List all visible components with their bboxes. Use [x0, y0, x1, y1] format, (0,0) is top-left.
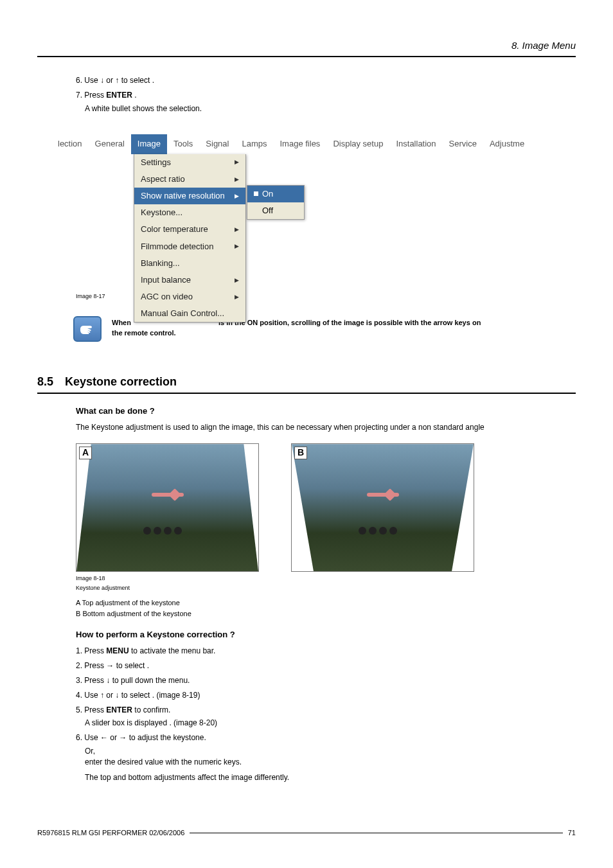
menu-item-manual-gain-control-[interactable]: Manual Gain Control...	[134, 305, 245, 322]
menu-item-input-balance[interactable]: Input balance▶	[134, 272, 245, 288]
submenu-item-label: Off	[262, 205, 273, 217]
menu-item-agc-on-video[interactable]: AGC on video▶	[134, 288, 245, 305]
legend-a: A Top adjustment of the keystone	[76, 598, 576, 608]
step-6-prefix: 6. Use ↓ or ↑ to select	[76, 76, 152, 85]
step-7-suffix: .	[132, 91, 137, 100]
submenu-arrow-icon: ▶	[235, 293, 239, 301]
wheels-graphic	[142, 527, 193, 536]
image-label-b: B	[294, 447, 307, 459]
menu-item-label: Input balance	[141, 274, 191, 286]
note-line2: the remote control.	[112, 329, 176, 337]
legend-b: B Bottom adjustment of the keystone	[76, 609, 576, 619]
steps-top: 6. Use ↓ or ↑ to select . 7. Press ENTER…	[76, 75, 576, 114]
menubar-item-image[interactable]: Image	[131, 134, 167, 154]
menu-item-label: AGC on video	[141, 291, 193, 303]
submenu-item-on[interactable]: On	[247, 186, 304, 202]
plane-graphic	[364, 488, 402, 501]
menubar-item-general[interactable]: General	[89, 134, 131, 154]
subhead-howto: How to perform a Keystone correction ?	[76, 629, 576, 641]
menubar-item-installation[interactable]: Installation	[389, 134, 442, 154]
image-b: B	[291, 443, 474, 572]
submenu-arrow-icon: ▶	[235, 276, 239, 285]
image-a: A	[76, 443, 259, 572]
s1c: to activate the menu bar.	[129, 646, 216, 655]
howto-step-3: 3. Press ↓ to pull down the menu.	[76, 675, 576, 686]
menu-item-aspect-ratio[interactable]: Aspect ratio▶	[134, 171, 245, 188]
howto-step-6: 6. Use ← or → to adjust the keystone. Or…	[76, 732, 576, 783]
footer-page-number: 71	[568, 828, 576, 838]
menu-item-label: Show native resolution	[141, 190, 225, 202]
howto-step-5: 5. Press ENTER to confirm. A slider box …	[76, 705, 576, 729]
page-footer: R5976815 RLM G5I PERFORMER 02/06/2006 71	[37, 828, 576, 838]
menu-item-show-native-resolution[interactable]: Show native resolution▶	[134, 188, 245, 204]
howto-step-1: 1. Press MENU to activate the menu bar.	[76, 646, 576, 657]
submenu-arrow-icon: ▶	[235, 226, 239, 234]
howto-step-6-or: Or,	[85, 746, 576, 757]
menu-item-label: Keystone...	[141, 207, 182, 218]
subhead-what: What can be done ?	[76, 405, 576, 417]
menu-item-label: Color temperature	[141, 224, 208, 235]
menu-item-label: Aspect ratio	[141, 173, 185, 185]
image-label-a: A	[79, 447, 92, 459]
menu-item-blanking-[interactable]: Blanking...	[134, 255, 245, 272]
screenshot-menu: lectionGeneralImageToolsSignalLampsImage…	[37, 121, 576, 288]
menubar-item-service[interactable]: Service	[443, 134, 483, 154]
step-7-bold: ENTER	[106, 91, 132, 100]
menu-item-keystone-[interactable]: Keystone...	[134, 204, 245, 221]
s6: 6. Use ← or → to adjust the keystone.	[76, 733, 206, 742]
page-header: 8. Image Menu	[37, 39, 576, 57]
menubar-item-adjustme[interactable]: Adjustme	[483, 134, 531, 154]
section-title: Keystone correction	[65, 374, 177, 390]
submenu-item-label: On	[262, 188, 273, 200]
menubar-item-lection[interactable]: lection	[51, 134, 89, 154]
menu-item-label: Settings	[141, 157, 171, 168]
menu-item-label: Filmmode detection	[141, 241, 213, 252]
menubar: lectionGeneralImageToolsSignalLampsImage…	[51, 134, 576, 154]
s5b: ENTER	[106, 705, 132, 714]
dropdown-menu: Settings▶Aspect ratio▶Show native resolu…	[134, 154, 246, 323]
keystone-images: A B	[76, 443, 576, 572]
menu-item-filmmode-detection[interactable]: Filmmode detection▶	[134, 238, 245, 255]
step-7: 7. Press ENTER . A white bullet shows th…	[76, 90, 576, 114]
steps-howto: 1. Press MENU to activate the menu bar. …	[76, 646, 576, 783]
step-6: 6. Use ↓ or ↑ to select .	[76, 75, 576, 86]
s1b: MENU	[106, 646, 129, 655]
selection-bullet-icon	[254, 191, 258, 196]
submenu-arrow-icon: ▶	[235, 242, 239, 251]
menu-item-settings[interactable]: Settings▶	[134, 154, 245, 171]
footer-line	[190, 833, 562, 833]
menu-item-label: Manual Gain Control...	[141, 308, 224, 319]
submenu: OnOff	[247, 185, 305, 220]
menubar-item-tools[interactable]: Tools	[167, 134, 199, 154]
legend: A Top adjustment of the keystone B Botto…	[76, 598, 576, 619]
menu-item-color-temperature[interactable]: Color temperature▶	[134, 221, 245, 238]
menubar-item-image-files[interactable]: Image files	[274, 134, 327, 154]
submenu-arrow-icon: ▶	[235, 192, 239, 200]
howto-step-5-sub: A slider box is displayed . (image 8-20)	[85, 718, 576, 729]
menubar-item-display-setup[interactable]: Display setup	[326, 134, 389, 154]
menu-item-label: Blanking...	[141, 258, 180, 269]
howto-step-6-sub1: enter the desired value with the numeric…	[85, 757, 576, 768]
image-caption-8-18: Image 8-18	[76, 574, 576, 583]
howto-step-2: 2. Press → to select .	[76, 660, 576, 671]
plane-graphic	[148, 488, 187, 501]
step-6-suffix: .	[152, 76, 154, 85]
s5c: to confirm.	[132, 705, 170, 714]
howto-step-4: 4. Use ↑ or ↓ to select . (image 8-19)	[76, 690, 576, 701]
s5a: 5. Press	[76, 705, 106, 714]
menubar-item-lamps[interactable]: Lamps	[235, 134, 273, 154]
submenu-item-off[interactable]: Off	[247, 202, 304, 219]
para-what: The Keystone adjustment is used to align…	[76, 422, 576, 433]
howto-step-6-sub2: The top and bottom adjustments affect th…	[85, 772, 576, 783]
section-number: 8.5	[37, 374, 53, 390]
step-7-prefix: 7. Press	[76, 91, 106, 100]
footer-left: R5976815 RLM G5I PERFORMER 02/06/2006	[37, 828, 184, 838]
step-7-sub: A white bullet shows the selection.	[85, 103, 576, 114]
wheels-graphic	[357, 527, 409, 536]
submenu-arrow-icon: ▶	[235, 175, 239, 184]
s1a: 1. Press	[76, 646, 106, 655]
image-caption-8-18b: Keystone adjustment	[76, 584, 576, 592]
section-8-5-heading: 8.5 Keystone correction	[37, 374, 576, 394]
submenu-arrow-icon: ▶	[235, 158, 239, 166]
menubar-item-signal[interactable]: Signal	[199, 134, 235, 154]
